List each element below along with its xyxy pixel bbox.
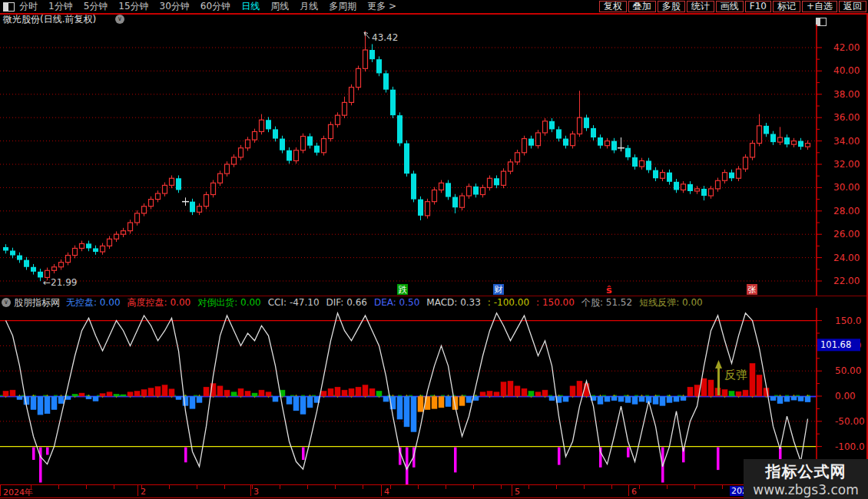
axis-month-tick [250,485,251,496]
svg-text:跌: 跌 [399,285,408,295]
layout-split-icon[interactable] [3,2,15,12]
axis-month-label: 3 [253,487,259,497]
svg-text:-100.0: -100.0 [835,441,865,452]
nav-item-日线[interactable]: 日线 [241,0,260,13]
nav-item-更多 >[interactable]: 更多 > [367,0,396,13]
axis-month-label: 2 [141,487,146,497]
chevron-down-icon[interactable]: ∨ [2,298,11,307]
toolbar-button-叠加[interactable]: 叠加 [628,1,656,12]
axis-tick [473,485,474,489]
toolbar-button-标记[interactable]: 标记 [773,1,800,12]
indicator-header: ∨ 股朋指标网 无控盘: 0.00高度控盘: 0.00对倒出货: 0.00CCI… [0,296,868,309]
svg-text:43.42: 43.42 [372,32,398,43]
indicator-field: 无控盘: 0.00 [66,297,121,308]
svg-text:张: 张 [748,285,757,295]
candlestick-chart: 22.0024.0026.0028.0030.0032.0034.0036.00… [0,25,868,296]
toolbar-button-+自选[interactable]: +自选 [802,1,837,12]
indicator-title: 股朋指标网 [14,297,60,309]
svg-text:反弹: 反弹 [724,368,747,382]
axis-tick [722,485,723,489]
svg-text:50.00: 50.00 [835,365,861,376]
axis-tick [58,485,59,489]
toolbar-button-多股[interactable]: 多股 [658,1,685,12]
indicator-field: : -100.00 [488,297,529,308]
axis-month-tick [137,485,138,496]
axis-month-tick [512,485,512,496]
nav-item-15分钟[interactable]: 15分钟 [118,0,148,13]
axis-month-tick [628,485,629,496]
axis-tick [639,485,640,489]
indicator-field: 短线反弹: 0.00 [639,297,703,308]
chart-title-bar: 微光股份(日线.前复权) ∨ [0,15,868,25]
svg-text:34.00: 34.00 [833,136,860,147]
indicator-field: CCI: -47.10 [268,297,320,308]
chevron-down-icon[interactable]: ∨ [115,15,124,24]
axis-tick [556,485,557,489]
svg-text:42.00: 42.00 [833,42,860,53]
axis-tick [363,485,363,489]
nav-item-60分钟[interactable]: 60分钟 [200,0,230,13]
axis-tick [197,485,197,489]
date-axis: 2024年23456202 [0,484,868,498]
indicator-field: MACD: 0.33 [426,297,481,308]
axis-tick [446,485,446,489]
svg-text:←21.99: ←21.99 [43,277,77,288]
svg-text:101.68: 101.68 [820,339,851,350]
top-nav-bar: 分时1分钟5分钟15分钟30分钟60分钟日线周线月线多周期更多 > 复权叠加多股… [0,0,868,15]
axis-tick [307,485,308,489]
nav-item-1分钟[interactable]: 1分钟 [48,0,73,13]
axis-month-label: 4 [384,487,389,497]
indicator-fields: 无控盘: 0.00高度控盘: 0.00对倒出货: 0.00CCI: -47.10… [66,297,710,309]
watermark-url: www.zbgs3.com [744,482,868,497]
toolbar-button-返回[interactable]: 返回 [839,1,866,12]
axis-tick [418,485,419,489]
nav-item-多周期[interactable]: 多周期 [329,0,356,13]
axis-month-label: 5 [515,487,520,497]
svg-text:0.00: 0.00 [835,391,856,402]
axis-month-label: 6 [631,487,637,497]
axis-tick [224,485,225,489]
toolbar-button-统计[interactable]: 统计 [687,1,714,12]
indicator-field: 高度控盘: 0.00 [128,297,191,308]
axis-tick [252,485,253,489]
axis-month-tick [381,485,382,496]
svg-text:ŝ: ŝ [606,284,612,296]
toolbar-button-画线[interactable]: 画线 [716,1,744,12]
axis-tick [694,485,695,489]
svg-text:财: 财 [495,285,503,295]
svg-text:-50.00: -50.00 [835,416,865,427]
indicator-field: 对倒出货: 0.00 [197,297,261,308]
svg-text:30.00: 30.00 [833,182,860,193]
axis-tick [114,485,114,489]
nav-item-月线[interactable]: 月线 [300,0,318,13]
indicator-field: 个股: 51.52 [581,297,632,308]
axis-month-label: 2024年 [3,487,33,498]
watermark-name: 指标公式网 [744,461,868,482]
axis-tick [528,485,529,489]
oscillator-chart: 反弹150.0100.050.000.00-50.00-100.0101.68 [0,308,868,484]
axis-month-tick [0,485,1,496]
toolbar-button-F10[interactable]: F10 [745,1,771,12]
toolbar-buttons: 复权叠加多股统计画线F10标记+自选返回 [598,0,866,13]
nav-item-周线[interactable]: 周线 [270,0,289,13]
svg-text:150.0: 150.0 [835,316,861,326]
indicator-field: DEA: 0.50 [374,297,419,308]
svg-text:28.00: 28.00 [833,206,860,216]
indicator-field: DIF: 0.66 [326,297,367,308]
svg-text:26.00: 26.00 [833,229,860,240]
axis-tick [611,485,612,489]
nav-item-分时[interactable]: 分时 [19,0,38,13]
indicator-field: : 150.00 [536,297,575,308]
nav-item-30分钟[interactable]: 30分钟 [160,0,190,13]
nav-item-5分钟[interactable]: 5分钟 [84,0,108,13]
svg-text:22.00: 22.00 [833,276,860,286]
axis-tick [390,485,391,489]
axis-tick [501,485,502,489]
toolbar-button-复权[interactable]: 复权 [599,1,627,12]
axis-tick [584,485,585,489]
period-menu: 分时1分钟5分钟15分钟30分钟60分钟日线周线月线多周期更多 > [19,0,396,13]
watermark: 指标公式网 www.zbgs3.com [744,459,868,499]
svg-text:38.00: 38.00 [833,89,860,100]
svg-text:36.00: 36.00 [833,112,860,123]
axis-tick [86,485,87,489]
